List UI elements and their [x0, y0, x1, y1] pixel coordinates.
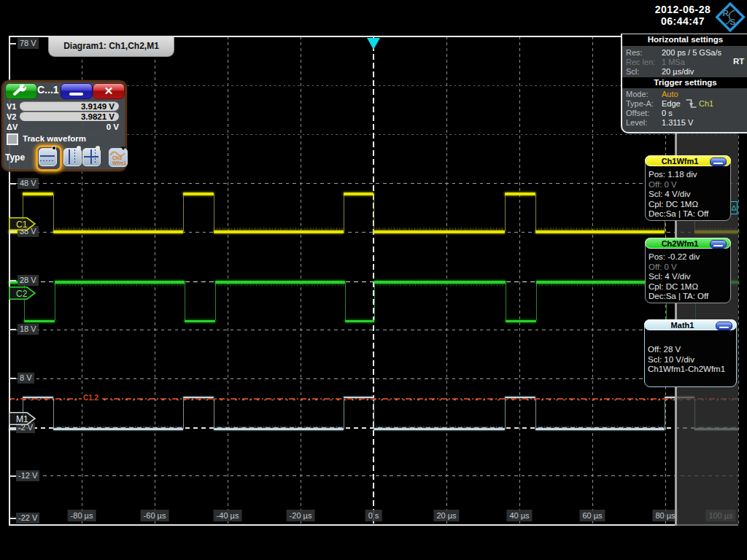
svg-text:S: S — [730, 18, 736, 26]
svg-text:C1: C1 — [16, 219, 28, 230]
svg-text:R: R — [723, 9, 729, 18]
svg-text:C2: C2 — [16, 288, 28, 298]
svg-text:M1: M1 — [16, 414, 28, 424]
